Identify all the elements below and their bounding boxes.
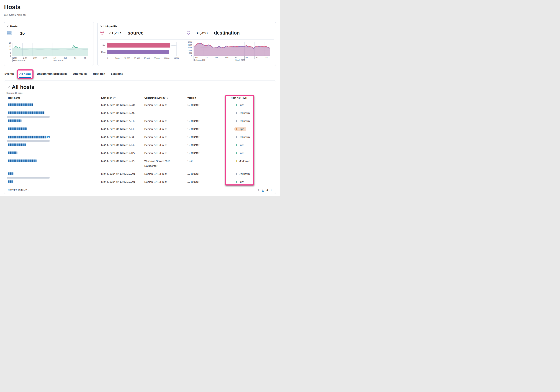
tab-label: Uncommon processes	[37, 72, 68, 75]
col-host-name[interactable]: Host name	[8, 96, 101, 99]
tab-host-risk[interactable]: Host risk	[93, 71, 105, 78]
host-name-link[interactable]	[8, 103, 33, 106]
collapse-chevron-icon[interactable]	[7, 25, 9, 27]
host-name-suffix: ller	[47, 135, 50, 139]
host-name-link[interactable]	[8, 180, 13, 183]
risk-dot	[236, 136, 237, 138]
host-name-link[interactable]	[8, 119, 21, 122]
hosts-kpi-panel: Hosts 16 0510152026thFe	[4, 22, 94, 66]
redacted-host-name	[8, 104, 33, 106]
column-label: Host risk level	[231, 96, 247, 99]
redacted-host-name	[8, 180, 13, 183]
last-seen-cell: Mar 4, 2024 @ 13:50:18.000	[101, 111, 144, 115]
col-host-risk-level[interactable]: Host risk level	[231, 96, 272, 99]
tab-label: Anomalies	[73, 72, 88, 75]
x-axis-tick-label: 3rd	[73, 57, 76, 59]
os-cell: Debian GNU/Linux	[144, 180, 187, 184]
os-cell: Debian GNU/Linux	[144, 127, 187, 131]
x-axis-tick-label: 20,000	[144, 57, 150, 59]
all-hosts-table: Host nameLast seeni↓Operating systemiVer…	[8, 96, 272, 186]
y-axis-tick-label: 0	[186, 55, 192, 57]
host-name-cell	[8, 180, 101, 184]
col-last-seen[interactable]: Last seeni↓	[101, 96, 144, 99]
risk-dot	[236, 104, 237, 106]
redacted-host-name	[8, 111, 45, 114]
risk-cell: Unknown	[231, 135, 272, 139]
last-seen-cell: Mar 4, 2024 @ 13:50:17.843	[101, 119, 144, 123]
x-axis-tick-label: 27th	[23, 57, 27, 59]
tabs: EventsAll hostsUncommon processesAnomali…	[4, 71, 276, 78]
page-1-button[interactable]: 1	[262, 188, 264, 191]
y-axis-tick-label: 5,000	[186, 41, 192, 43]
tab-label: Host risk	[93, 72, 105, 75]
tab-uncommon-processes[interactable]: Uncommon processes	[37, 71, 68, 78]
risk-dot	[236, 181, 237, 183]
host-name-cell	[8, 151, 101, 155]
host-name-link[interactable]	[8, 172, 13, 175]
risk-label: Unknown	[239, 172, 250, 176]
redacted-host-name	[8, 127, 27, 130]
page-2-button[interactable]: 2	[266, 188, 268, 191]
os-cell: Debian GNU/Linux	[144, 143, 187, 147]
x-axis-tick-label: 2nd	[244, 56, 248, 59]
os-cell: Debian GNU/Linux	[144, 134, 187, 139]
tab-anomalies[interactable]: Anomalies	[73, 71, 88, 78]
risk-label: Unknown	[239, 135, 250, 139]
column-label: Host name	[8, 96, 20, 99]
destination-ips-stat: 31,358 destination	[187, 30, 273, 36]
col-version[interactable]: Version	[187, 96, 231, 99]
col-operating-system[interactable]: Operating systemi	[144, 96, 187, 99]
tab-all-hosts[interactable]: All hosts	[19, 71, 31, 78]
info-icon: i	[166, 97, 168, 99]
host-name-cell	[8, 103, 101, 107]
risk-badge: Low	[236, 143, 244, 147]
table-row: Mar 4, 2024 @ 13:50:15.540Debian GNU/Lin…	[8, 141, 272, 149]
source-ips-count: 31,717	[109, 31, 121, 35]
host-name-link[interactable]	[8, 111, 45, 114]
table-header-row: Host nameLast seeni↓Operating systemiVer…	[8, 96, 272, 101]
version-cell: 10 (buster)	[187, 127, 231, 131]
destination-ips-count: 31,358	[196, 31, 208, 35]
source-ips-stat: 31,717 source	[100, 30, 187, 36]
collapse-chevron-icon[interactable]	[8, 86, 10, 88]
risk-dot	[236, 120, 237, 122]
host-name-link[interactable]	[8, 127, 27, 130]
host-name-link[interactable]	[8, 143, 26, 146]
host-name-link[interactable]	[8, 159, 37, 162]
y-axis-tick-label: 0	[7, 55, 11, 57]
x-axis-tick-label: 1stMarch 2024	[234, 56, 245, 61]
kpi-row: Hosts 16 0510152026thFe	[4, 22, 276, 66]
column-label: Version	[187, 96, 196, 99]
collapse-chevron-icon[interactable]	[100, 25, 102, 27]
os-cell: Windows Server 2019 Datacenter	[144, 159, 187, 168]
x-axis-tick-label: 28th	[214, 56, 218, 59]
all-hosts-panel: All hosts Showing: 16 hosts Host nameLas…	[4, 80, 276, 194]
risk-label: Unknown	[239, 111, 250, 115]
showing-count: Showing: 16 hosts	[4, 90, 276, 94]
map-pin-icon	[187, 30, 190, 36]
unique-ips-panel-title: Unique IPs	[104, 25, 118, 28]
column-label: Operating system	[144, 96, 165, 99]
host-name-cell	[8, 111, 101, 115]
version-cell: 10 (buster)	[187, 135, 231, 139]
redacted-host-name	[8, 172, 13, 175]
x-axis-tick-label: 2nd	[63, 57, 67, 59]
redacted-host-name	[8, 152, 17, 154]
risk-label: Low	[239, 180, 244, 184]
last-seen-cell: Mar 4, 2024 @ 13:50:15.832	[101, 135, 144, 139]
chevron-right-icon[interactable]: ›	[270, 188, 272, 191]
tab-events[interactable]: Events	[4, 71, 14, 78]
risk-cell: Low	[231, 103, 272, 107]
host-name-link[interactable]: ller	[8, 135, 50, 139]
x-axis-tick-label: 28th	[33, 57, 37, 59]
hosts-page: Hosts Last event: 2 hours ago Hosts	[0, 0, 280, 196]
host-name-link[interactable]	[8, 151, 17, 154]
y-axis-tick-label: 20	[7, 42, 11, 44]
chevron-left-icon[interactable]: ‹	[258, 188, 259, 191]
x-axis-tick-label: 30,000	[164, 57, 170, 59]
version-cell: 10 (buster)	[187, 151, 231, 155]
last-seen-cell: Mar 4, 2024 @ 13:50:10.001	[101, 180, 144, 183]
sort-descending-icon[interactable]: ↓	[116, 96, 118, 99]
tab-sessions[interactable]: Sessions	[111, 71, 123, 78]
rows-per-page-button[interactable]: Rows per page: 10	[8, 189, 29, 191]
